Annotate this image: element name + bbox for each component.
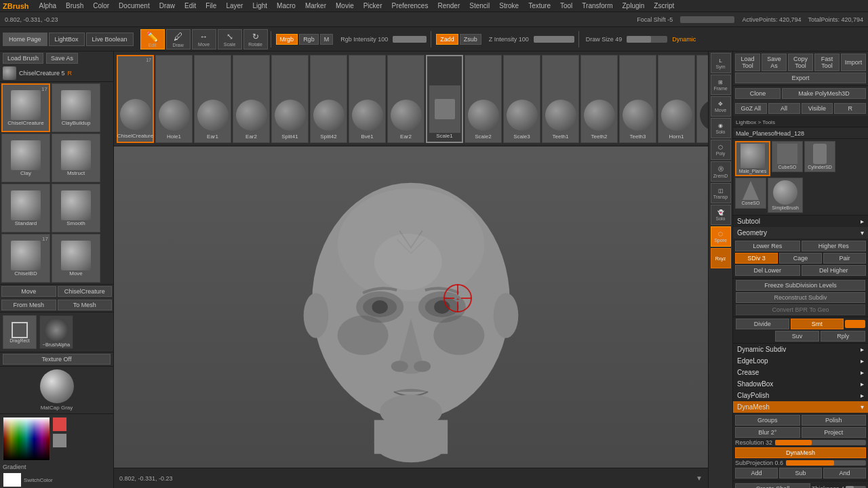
palette-horn1[interactable]: Horn1: [658, 55, 695, 143]
load-tool-button[interactable]: Load Tool: [735, 54, 760, 71]
transp-button[interactable]: ◫ Transp: [711, 183, 731, 203]
rgb-button[interactable]: Rgb: [299, 34, 319, 45]
clone-button[interactable]: Clone: [735, 88, 781, 99]
move-view-button[interactable]: ✥ Move: [711, 96, 731, 117]
dyna-mesh-button[interactable]: DynaMesh: [735, 447, 866, 458]
del-higher-button[interactable]: Del Higher: [802, 265, 867, 276]
divide-button[interactable]: Divide: [736, 319, 789, 329]
sdiv-button[interactable]: SDiv 3: [735, 253, 778, 264]
menu-alpha[interactable]: Alpha: [37, 2, 59, 9]
palette-split41[interactable]: Split41: [271, 55, 309, 143]
palette-teeth3[interactable]: Teeth3: [619, 55, 656, 143]
poly-button[interactable]: ⬡ Poly: [711, 140, 731, 160]
blur-button[interactable]: Blur 2°: [735, 427, 800, 438]
menu-macro[interactable]: Macro: [275, 2, 298, 9]
menu-transform[interactable]: Transform: [580, 2, 614, 9]
palette-teeth2[interactable]: Teeth2: [580, 55, 618, 143]
polish-button[interactable]: Polish: [802, 415, 867, 426]
matcap-preview[interactable]: [40, 369, 74, 403]
menu-brush[interactable]: Brush: [64, 2, 85, 9]
brush-chisercreature[interactable]: 17 ChiselCreature: [1, 83, 50, 132]
rxyz-button[interactable]: Rxyz: [711, 248, 731, 268]
viewport[interactable]: + 0.802, -0.331, -0.23 ▼: [114, 146, 708, 488]
convert-bpr-button[interactable]: Convert BPR To Geo: [736, 304, 865, 315]
menu-render[interactable]: Render: [435, 2, 462, 9]
menu-preferences[interactable]: Preferences: [390, 2, 431, 9]
zsub-button[interactable]: Zsub: [460, 34, 481, 45]
scroll-indicator[interactable]: ▼: [696, 474, 703, 482]
menu-color[interactable]: Color: [91, 2, 111, 9]
dyna-mesh-header[interactable]: DynaMesh ▾: [733, 401, 868, 413]
menu-light[interactable]: Light: [250, 2, 269, 9]
palette-split42[interactable]: Split42: [310, 55, 347, 143]
menu-zplugin[interactable]: Zplugin: [620, 2, 647, 9]
create-shell-button[interactable]: Create Shell: [735, 483, 810, 488]
palette-chisercreature-active[interactable]: 17 ChiselCreature: [117, 55, 154, 143]
move-button[interactable]: ↔ Move: [192, 29, 216, 49]
del-lower-button[interactable]: Del Lower: [735, 265, 800, 276]
visible-button[interactable]: Visible: [802, 103, 833, 114]
groups-button[interactable]: Groups: [735, 415, 800, 426]
mrgb-button[interactable]: Mrgb: [276, 34, 298, 45]
foreground-color[interactable]: [52, 417, 67, 432]
menu-stencil[interactable]: Stencil: [467, 2, 492, 9]
suv-button[interactable]: Suv: [775, 331, 820, 342]
palette-scale1[interactable]: Scale1: [426, 55, 463, 143]
palette-more[interactable]: ...: [696, 55, 708, 143]
menu-file[interactable]: File: [203, 2, 218, 9]
scale-button[interactable]: ⤡ Scale: [218, 29, 242, 49]
copy-tool-button[interactable]: Copy Tool: [788, 54, 813, 71]
draw-button[interactable]: 🖊 Draw: [166, 29, 191, 49]
palette-ear2b[interactable]: Ear2: [387, 55, 425, 143]
ghost-button[interactable]: 👻 Solo: [711, 205, 731, 225]
menu-draw[interactable]: Draw: [157, 2, 177, 9]
menu-document[interactable]: Document: [117, 2, 152, 9]
zadd-button[interactable]: Zadd: [436, 34, 458, 45]
cage-button[interactable]: Cage: [779, 253, 822, 264]
project-button[interactable]: Project: [802, 427, 867, 438]
brush-smooth[interactable]: Smooth: [52, 184, 100, 232]
smt-button[interactable]: Smt: [791, 319, 844, 329]
freeze-subdiv-button[interactable]: Freeze SubDivision Levels: [736, 280, 865, 291]
menu-edit[interactable]: Edit: [182, 2, 198, 9]
brush-standard[interactable]: Standard: [1, 184, 50, 232]
brush-move[interactable]: Move: [52, 234, 100, 283]
import-button[interactable]: Import: [841, 54, 866, 71]
make-polymesh-button[interactable]: Make PolyMesh3D: [782, 88, 866, 99]
zremd-button[interactable]: Ⓡ ZremD: [711, 161, 731, 182]
brush-claybuildup[interactable]: ClayBuildup: [52, 83, 100, 132]
brush-mstruct[interactable]: Mstruct: [52, 134, 100, 182]
lsym-button[interactable]: L Sym: [711, 53, 731, 73]
m-button[interactable]: M: [320, 34, 334, 45]
higher-res-button[interactable]: Higher Res: [802, 241, 867, 251]
palette-hole1[interactable]: Hole1: [155, 55, 193, 143]
edit-button[interactable]: ✏️ Edit: [140, 29, 165, 49]
tool-cone[interactable]: ConeSO: [735, 178, 766, 209]
rply-button[interactable]: Rply: [821, 331, 865, 342]
tool-cylinder[interactable]: CylinderSD: [804, 141, 835, 172]
brush-clay[interactable]: Clay: [1, 134, 50, 182]
brush-chisel3d[interactable]: 17 ChiselBD: [1, 234, 50, 283]
palette-teeth1[interactable]: Teeth1: [542, 55, 579, 143]
crease-header[interactable]: Crease ▸: [733, 367, 868, 378]
live-boolean-button[interactable]: Live Boolean: [86, 33, 134, 46]
dynamic-subdiv-header[interactable]: Dynamic Subdiv ▸: [733, 344, 868, 355]
menu-stroke[interactable]: Stroke: [497, 2, 521, 9]
menu-marker[interactable]: Marker: [303, 2, 328, 9]
palette-ear2[interactable]: Ear2: [233, 55, 270, 143]
switch-color-swatch1[interactable]: [3, 472, 22, 487]
sub-dyn-button[interactable]: Sub: [779, 468, 822, 479]
palette-scale3[interactable]: Scale3: [503, 55, 540, 143]
clay-polish-header[interactable]: ClayPolish ▸: [733, 390, 868, 401]
frame-button[interactable]: ⊞ Frame: [711, 75, 731, 95]
palette-ear1[interactable]: Ear1: [194, 55, 231, 143]
add-button[interactable]: Add: [735, 468, 778, 479]
menu-layer[interactable]: Layer: [224, 2, 245, 9]
fast-tool-button[interactable]: Fast Tool: [814, 54, 840, 71]
save-as-tool-button[interactable]: Save As: [762, 54, 787, 71]
menu-picker[interactable]: Picker: [361, 2, 384, 9]
color-picker[interactable]: [3, 417, 50, 461]
tool-cubes0[interactable]: CubeSO: [772, 141, 803, 172]
reconstruct-subdiv-button[interactable]: Reconstruct Subdiv: [736, 292, 865, 303]
subtool-header[interactable]: Subtool ▸: [733, 216, 868, 227]
